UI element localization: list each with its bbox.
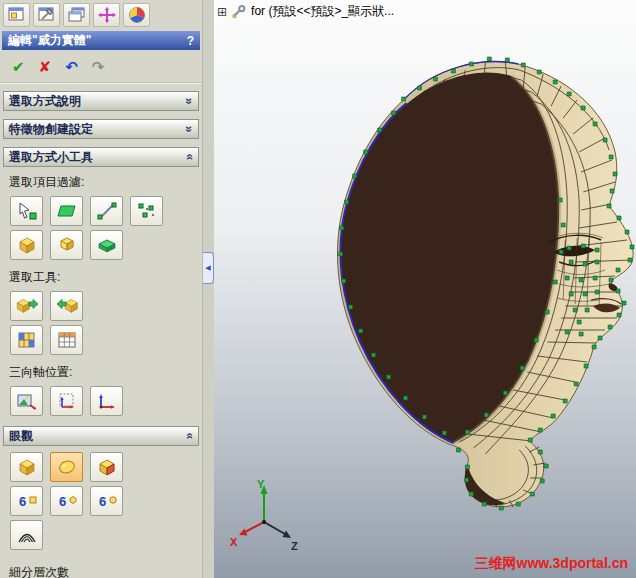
view-smooth-button[interactable]	[50, 452, 83, 482]
top-toolbar	[0, 0, 202, 28]
feature-tree-expand-button[interactable]: ⊞	[217, 5, 227, 19]
select-grid-button[interactable]	[10, 325, 43, 355]
triad-group-label: 三向軸位置:	[0, 357, 202, 384]
subdiv-glyph: 6	[99, 494, 106, 509]
triad-picture-icon	[16, 391, 38, 411]
select-tools-row-1	[0, 289, 202, 323]
filter-edge-button[interactable]	[90, 196, 123, 226]
ok-button[interactable]: ✔	[12, 59, 25, 74]
filter-vertex-button[interactable]	[130, 196, 163, 226]
filter-slab-button[interactable]	[90, 230, 123, 260]
chevron-down-icon: »	[183, 98, 197, 105]
panel-collapse-button[interactable]: ◀	[203, 252, 214, 284]
subdiv-2-button[interactable]: 6	[90, 486, 123, 516]
subdiv-0-icon: 6	[16, 491, 38, 511]
toolbar-button-3[interactable]	[63, 3, 90, 27]
triad-y-label: Y	[257, 478, 265, 490]
section-header-view[interactable]: 眼觀 »	[3, 426, 199, 446]
app-window: 編輯"威力實體" ? ✔ ✘ ↶ ↷ 選取方式說明 » 特徵物創建設定 » 選取…	[0, 0, 636, 578]
grid-select-icon	[16, 330, 38, 350]
toolbar-button-5[interactable]	[123, 3, 150, 27]
configuration-label: for (預設<<預設>_顯示狀...	[251, 3, 394, 20]
chevron-down-icon: »	[183, 126, 197, 133]
triad-axes-button[interactable]	[90, 386, 123, 416]
filter-row-2	[0, 228, 202, 262]
shrink-selection-icon	[56, 296, 78, 316]
filter-cursor-button[interactable]	[10, 196, 43, 226]
select-grow-button[interactable]	[10, 291, 43, 321]
color-wheel-icon	[127, 6, 147, 24]
section-label: 選取方式說明	[9, 93, 81, 110]
configuration-icon	[232, 5, 246, 18]
toolbar-button-4[interactable]	[93, 3, 120, 27]
watermark-text: 三维网www.3dportal.cn	[475, 555, 629, 573]
cascade-windows-icon	[67, 6, 87, 24]
section-label: 特徵物創建設定	[9, 121, 93, 138]
panel-splitter[interactable]: ◀	[202, 0, 214, 578]
green-slab-icon	[96, 235, 118, 255]
triad-image-button[interactable]	[10, 386, 43, 416]
view-cube-icon	[16, 457, 38, 477]
triad-x-label: X	[230, 536, 238, 548]
triad-bounds-icon	[56, 391, 78, 411]
view-row-2: 6 6 6	[0, 484, 202, 518]
shell-layers-button[interactable]	[10, 520, 43, 550]
triad-axes-icon	[96, 391, 118, 411]
subdiv-0-button[interactable]: 6	[10, 486, 43, 516]
subdiv-glyph: 6	[19, 494, 26, 509]
property-manager-panel: 編輯"威力實體" ? ✔ ✘ ↶ ↷ 選取方式說明 » 特徵物創建設定 » 選取…	[0, 0, 202, 578]
section-label: 眼觀	[9, 428, 33, 445]
subdiv-1-icon: 6	[56, 491, 78, 511]
view-egg-icon	[56, 457, 78, 477]
panel-action-bar: ✔ ✘ ↶ ↷	[0, 52, 202, 83]
redo-button[interactable]: ↷	[92, 59, 105, 74]
face-select-icon	[56, 201, 78, 221]
help-button[interactable]: ?	[187, 34, 194, 48]
filter-face-button[interactable]	[50, 196, 83, 226]
filter-hex-button[interactable]	[50, 230, 83, 260]
hex-prism-icon	[56, 235, 78, 255]
view-row-3	[0, 518, 202, 552]
subdiv-1-button[interactable]: 6	[50, 486, 83, 516]
chevron-up-icon: »	[183, 433, 197, 440]
filter-solid-button[interactable]	[10, 230, 43, 260]
undo-button[interactable]: ↶	[65, 59, 78, 74]
select-shrink-button[interactable]	[50, 291, 83, 321]
triad-bounds-button[interactable]	[50, 386, 83, 416]
layers-icon	[16, 525, 38, 545]
section-header-feature-settings[interactable]: 特徵物創建設定 »	[3, 119, 199, 139]
triad-z-label: Z	[291, 540, 298, 552]
filter-group-label: 選取項目過濾:	[0, 167, 202, 194]
view-row-1	[0, 446, 202, 484]
graphics-viewport: ⊞ for (預設<<預設>_顯示狀...	[214, 0, 636, 578]
section-label: 選取方式小工具	[9, 149, 93, 166]
toolbar-button-1[interactable]	[3, 3, 30, 27]
properties-hammer-icon	[37, 6, 57, 24]
cancel-button[interactable]: ✘	[39, 59, 52, 74]
orientation-triad: Y Z X	[228, 476, 302, 554]
panel-title-bar: 編輯"威力實體" ?	[2, 31, 200, 50]
cursor-select-icon	[16, 201, 38, 221]
select-table-button[interactable]	[50, 325, 83, 355]
triad-row	[0, 384, 202, 418]
edge-select-icon	[96, 201, 118, 221]
four-way-arrows-icon	[97, 6, 117, 24]
vertex-select-icon	[136, 201, 158, 221]
view-edges-button[interactable]	[90, 452, 123, 482]
toolbar-button-2[interactable]	[33, 3, 60, 27]
grow-selection-icon	[16, 296, 38, 316]
subdiv-glyph: 6	[59, 494, 66, 509]
select-tools-row-2	[0, 323, 202, 357]
table-select-icon	[56, 330, 78, 350]
section-header-selection-tools[interactable]: 選取方式小工具 »	[3, 147, 199, 167]
filter-row-1	[0, 194, 202, 228]
section-header-selection-help[interactable]: 選取方式說明 »	[3, 91, 199, 111]
panel-body: 選取方式說明 » 特徵物創建設定 » 選取方式小工具 » 選取項目過濾:	[0, 83, 202, 578]
select-tools-group-label: 選取工具:	[0, 262, 202, 289]
new-document-icon	[7, 6, 27, 24]
solid-cube-icon	[16, 235, 38, 255]
subdiv-2-icon: 6	[96, 491, 118, 511]
view-solid-button[interactable]	[10, 452, 43, 482]
viewport-topbar: ⊞ for (預設<<預設>_顯示狀...	[217, 3, 394, 20]
chevron-up-icon: »	[183, 154, 197, 161]
